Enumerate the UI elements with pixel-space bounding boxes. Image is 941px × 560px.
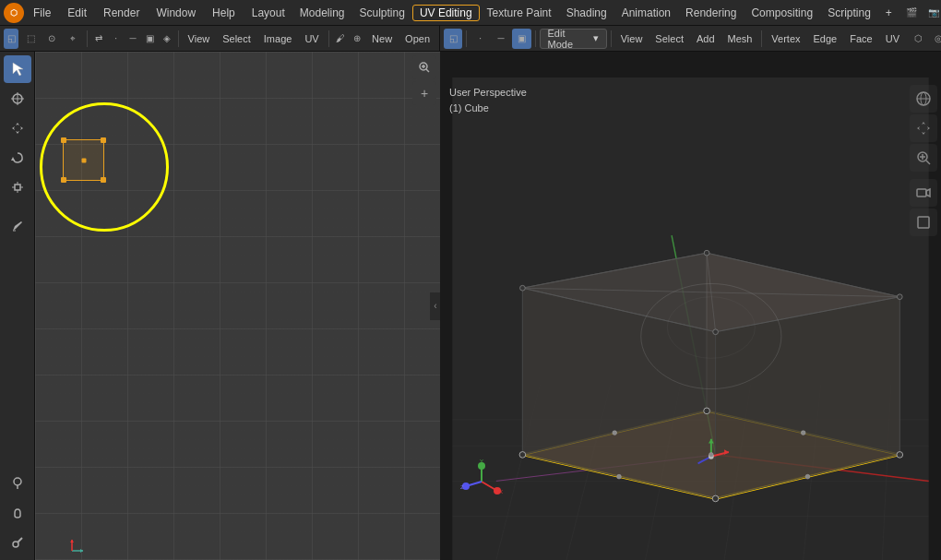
- edit-mode-dropdown[interactable]: Edit Mode ▾: [540, 29, 607, 49]
- uv-select-btn[interactable]: Select: [217, 31, 256, 46]
- panel-collapse-btn[interactable]: ‹: [430, 292, 440, 320]
- menu-edit[interactable]: Edit: [60, 5, 94, 21]
- uv-select-circle-icon[interactable]: ⊙: [42, 29, 62, 49]
- workspace-shading[interactable]: Shading: [559, 5, 614, 21]
- workspace-add[interactable]: +: [878, 5, 899, 21]
- viewport-icon[interactable]: ◱: [444, 29, 462, 49]
- workspace-uv-editing[interactable]: UV Editing: [412, 5, 480, 21]
- uv-sample-btn[interactable]: [4, 529, 31, 556]
- uv-grid-area[interactable]: + ‹: [35, 52, 440, 560]
- menu-window[interactable]: Window: [149, 5, 203, 21]
- uv-editor-icon[interactable]: ◱: [4, 29, 18, 49]
- menu-file[interactable]: File: [26, 5, 58, 21]
- svg-text:X: X: [499, 489, 503, 494]
- viewport-view-btn[interactable]: View: [615, 31, 649, 46]
- svg-marker-22: [70, 540, 74, 542]
- image-paint-icon[interactable]: 🖌: [332, 29, 347, 49]
- uv-pin-btn[interactable]: [4, 470, 31, 497]
- uv-vert-tl: [61, 137, 66, 143]
- axes-widget[interactable]: X Y Z: [459, 459, 505, 505]
- nav-orbit-icon[interactable]: [910, 85, 937, 113]
- scene-svg: [440, 77, 941, 560]
- svg-point-73: [613, 431, 617, 435]
- viewport-select-btn[interactable]: Select: [649, 31, 689, 46]
- workspace-layout[interactable]: Layout: [244, 5, 292, 21]
- new-btn[interactable]: New: [366, 31, 398, 46]
- render-icon[interactable]: 📷: [923, 3, 941, 23]
- sep-2: [178, 30, 179, 47]
- uv-view-btn[interactable]: View: [183, 31, 216, 46]
- uv-vert-tr: [101, 137, 106, 143]
- edit-mode-label: Edit Mode: [548, 28, 590, 50]
- uv-left-toolbar: [0, 52, 35, 560]
- sep-v4: [761, 30, 762, 47]
- uv-select-box-icon[interactable]: ⬚: [20, 29, 41, 49]
- workspace-animation[interactable]: Animation: [614, 5, 678, 21]
- uv-vert-bl: [61, 177, 66, 183]
- face-btn[interactable]: Face: [844, 31, 877, 46]
- viewport-overlay-icon[interactable]: ⬡: [909, 29, 927, 49]
- uv-face-icon[interactable]: ▣: [142, 29, 157, 49]
- scale-tool-btn[interactable]: [4, 173, 31, 201]
- face-mode-icon[interactable]: ▣: [512, 29, 530, 49]
- uv-island-icon[interactable]: ◈: [159, 29, 173, 49]
- svg-marker-4: [11, 157, 15, 161]
- viewport-camera-icon[interactable]: [910, 179, 937, 207]
- viewport-local-icon[interactable]: [910, 209, 937, 236]
- svg-rect-30: [917, 189, 926, 197]
- uv-uv-btn[interactable]: UV: [299, 31, 324, 46]
- annotate-tool-btn[interactable]: [4, 212, 31, 240]
- uv-image-btn[interactable]: Image: [258, 31, 298, 46]
- select-tool-btn[interactable]: [4, 55, 31, 83]
- edge-mode-icon[interactable]: ─: [492, 29, 510, 49]
- svg-point-59: [897, 452, 903, 459]
- cursor-tool-btn[interactable]: [4, 85, 31, 113]
- workspace-texture-paint[interactable]: Texture Paint: [480, 5, 559, 21]
- uv-sync-icon[interactable]: ⇄: [91, 29, 106, 49]
- workspace-compositing[interactable]: Compositing: [744, 5, 820, 21]
- scene-selector[interactable]: 🎬: [901, 3, 922, 23]
- sep-3: [328, 30, 329, 47]
- uv-select-lasso-icon[interactable]: ⌖: [63, 29, 83, 49]
- scene-3d[interactable]: X Y Z: [440, 77, 941, 560]
- vertex-btn[interactable]: Vertex: [766, 31, 805, 46]
- viewport-xray-icon[interactable]: ◎: [929, 29, 941, 49]
- workspace-modeling[interactable]: Modeling: [292, 5, 352, 21]
- vert-mode-icon[interactable]: ·: [470, 29, 489, 49]
- svg-point-60: [712, 495, 719, 502]
- viewport-add-btn[interactable]: Add: [691, 31, 721, 46]
- workspace-rendering[interactable]: Rendering: [678, 5, 744, 21]
- open-btn[interactable]: Open: [399, 31, 435, 46]
- uv-menu-btn[interactable]: UV: [880, 31, 905, 46]
- menu-render[interactable]: Render: [96, 5, 147, 21]
- viewport-3d-panel[interactable]: User Perspective (1) Cube: [440, 52, 941, 560]
- top-menubar: ⬡ File Edit Render Window Help Layout Mo…: [0, 0, 941, 26]
- svg-point-74: [801, 431, 805, 435]
- svg-marker-0: [13, 63, 23, 76]
- uv-vert-icon[interactable]: ·: [108, 29, 123, 49]
- sep-v1: [466, 30, 467, 47]
- sep-1: [87, 30, 88, 47]
- rotate-tool-btn[interactable]: [4, 144, 31, 172]
- viewport-mesh-btn[interactable]: Mesh: [722, 31, 758, 46]
- svg-point-57: [519, 452, 526, 459]
- uv-edge-icon[interactable]: ─: [125, 29, 140, 49]
- svg-text:Z: Z: [460, 484, 464, 490]
- uv-pivot: [81, 158, 86, 162]
- svg-point-64: [713, 329, 719, 335]
- uv-vert-br: [101, 177, 106, 183]
- zoom-in-btn[interactable]: [412, 55, 436, 79]
- move-tool-btn[interactable]: [4, 114, 31, 142]
- nav-zoom-icon[interactable]: [910, 144, 937, 172]
- edge-btn[interactable]: Edge: [808, 31, 843, 46]
- nav-pan-icon[interactable]: [910, 114, 937, 142]
- pivot-icon[interactable]: ⊕: [350, 29, 364, 49]
- uv-grab-btn[interactable]: [4, 499, 31, 527]
- blender-logo[interactable]: ⬡: [4, 3, 24, 23]
- zoom-in-overlay[interactable]: +: [412, 81, 436, 105]
- menu-help[interactable]: Help: [205, 5, 243, 21]
- workspace-sculpting[interactable]: Sculpting: [352, 5, 412, 21]
- svg-line-14: [18, 538, 22, 542]
- svg-point-76: [617, 474, 622, 479]
- workspace-scripting[interactable]: Scripting: [820, 5, 878, 21]
